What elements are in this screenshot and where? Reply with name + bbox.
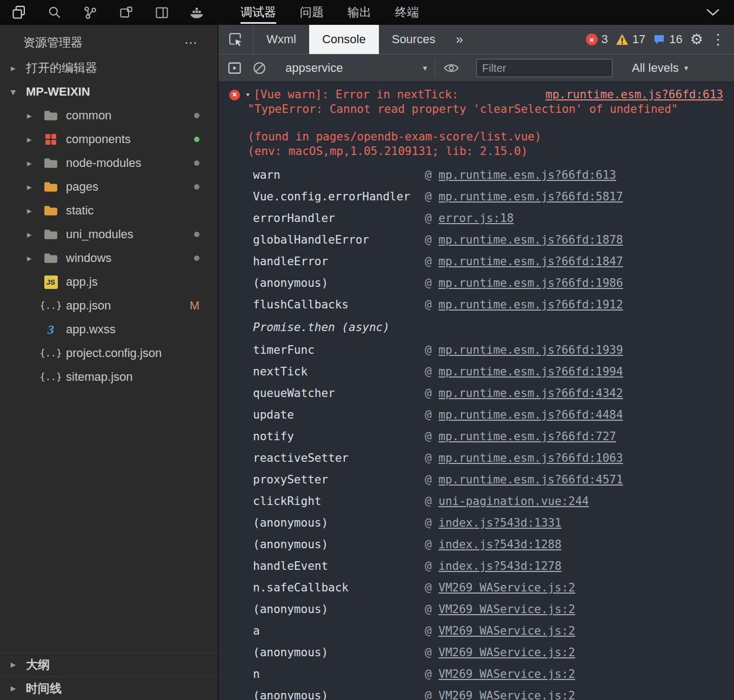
stack-location: @ mp.runtime.esm.js?66fd:1939 xyxy=(425,344,623,356)
stack-source-link[interactable]: index.js?543d:1288 xyxy=(438,538,562,551)
tree-item-app.wxss[interactable]: 3app.wxss xyxy=(0,318,218,341)
outline-section[interactable]: ▸ 大纲 xyxy=(0,652,218,676)
stack-source-link[interactable]: mp.runtime.esm.js?66fd:613 xyxy=(438,169,616,181)
chevron-down-icon[interactable]: ▾ xyxy=(245,88,250,102)
stack-source-link[interactable]: mp.runtime.esm.js?66fd:1912 xyxy=(438,298,623,311)
tree-item-uni_modules[interactable]: ▸uni_modules xyxy=(0,223,218,246)
sidebar-toggle-icon[interactable] xyxy=(226,59,243,77)
stack-source-link[interactable]: index.js?543d:1278 xyxy=(438,560,562,573)
filter-input[interactable] xyxy=(476,59,612,77)
stack-source-link[interactable]: uni-pagination.vue:244 xyxy=(438,495,589,508)
stack-function-name: (anonymous) xyxy=(253,603,425,616)
tree-item-common[interactable]: ▸common xyxy=(0,104,218,127)
docker-icon[interactable] xyxy=(189,4,205,21)
kebab-menu-icon[interactable]: ⋮ xyxy=(711,31,725,48)
stack-location: @ mp.runtime.esm.js?66fd:1912 xyxy=(425,298,623,311)
context-selector[interactable]: appservice ▾ xyxy=(285,61,427,75)
open-editors-section[interactable]: ▸ 打开的编辑器 xyxy=(0,56,218,80)
tree-item-components[interactable]: ▸components xyxy=(0,127,218,151)
settings-gear-icon[interactable]: ⚙ xyxy=(690,31,703,48)
tree-item-app.js[interactable]: JSapp.js xyxy=(0,270,218,294)
source-control-icon[interactable] xyxy=(82,4,98,21)
layout-panels-icon[interactable] xyxy=(118,4,134,21)
stack-source-link[interactable]: mp.runtime.esm.js?66fd:1994 xyxy=(438,365,623,378)
tree-item-app.json[interactable]: {..}app.jsonM xyxy=(0,294,218,318)
project-root[interactable]: ▾ MP-WEIXIN xyxy=(0,80,218,104)
status-dot xyxy=(194,255,199,261)
tree-item-windows[interactable]: ▸windows xyxy=(0,246,218,270)
tab-debugger[interactable]: 调试器 xyxy=(241,0,276,25)
tab-terminal[interactable]: 终端 xyxy=(395,0,419,25)
tab-wxml[interactable]: Wxml xyxy=(253,25,309,54)
context-selector-value: appservice xyxy=(285,61,343,75)
more-actions-icon[interactable]: ⋯ xyxy=(184,35,198,50)
files-icon[interactable] xyxy=(11,4,27,21)
stack-frame: queueWatcher@ mp.runtime.esm.js?66fd:434… xyxy=(253,382,723,404)
timeline-section[interactable]: ▸ 时间线 xyxy=(0,676,218,700)
tree-item-label: components xyxy=(66,132,131,146)
stack-source-link[interactable]: error.js:18 xyxy=(438,212,513,225)
message-counter[interactable]: 16 xyxy=(653,32,682,46)
stack-function-name: update xyxy=(253,408,425,421)
tab-output[interactable]: 输出 xyxy=(348,0,371,25)
error-count: 3 xyxy=(602,32,608,46)
stack-location: @ uni-pagination.vue:244 xyxy=(425,495,589,508)
more-tabs-icon[interactable]: » xyxy=(448,25,470,54)
stack-source-link[interactable]: mp.runtime.esm.js?66fd:4342 xyxy=(438,387,623,400)
stack-source-link[interactable]: VM269 WAService.js:2 xyxy=(438,668,575,681)
search-icon[interactable] xyxy=(46,4,63,21)
stack-source-link[interactable]: index.js?543d:1331 xyxy=(438,516,562,529)
stack-source-link[interactable]: VM269 WAService.js:2 xyxy=(438,624,575,637)
stack-source-link[interactable]: mp.runtime.esm.js?66fd:727 xyxy=(438,430,616,443)
top-bar: 调试器 问题 输出 终端 xyxy=(0,0,734,25)
stack-function-name: globalHandleError xyxy=(253,233,425,246)
stack-function-name: queueWatcher xyxy=(253,387,425,400)
error-counter[interactable]: × 3 xyxy=(586,32,608,46)
error-source-link[interactable]: mp.runtime.esm.js?66fd:613 xyxy=(545,88,723,102)
error-env: (env: macOS,mp,1.05.2109131; lib: 2.15.0… xyxy=(248,144,723,159)
stack-frame: update@ mp.runtime.esm.js?66fd:4484 xyxy=(253,404,723,426)
stack-source-link[interactable]: mp.runtime.esm.js?66fd:5817 xyxy=(438,190,623,203)
tab-problems[interactable]: 问题 xyxy=(300,0,324,25)
tab-sources[interactable]: Sources xyxy=(379,25,449,54)
eye-icon[interactable] xyxy=(443,59,460,77)
stack-source-link[interactable]: VM269 WAService.js:2 xyxy=(438,581,575,594)
stack-source-link[interactable]: mp.runtime.esm.js?66fd:4571 xyxy=(438,473,623,486)
stack-source-link[interactable]: VM269 WAService.js:2 xyxy=(438,689,575,700)
tree-item-sitemap.json[interactable]: {..}sitemap.json xyxy=(0,365,218,389)
stack-function-name: proxySetter xyxy=(253,473,425,486)
warning-counter[interactable]: 17 xyxy=(616,32,645,46)
tree-item-project.config.json[interactable]: {..}project.config.json xyxy=(0,341,218,365)
stack-source-link[interactable]: VM269 WAService.js:2 xyxy=(438,603,575,616)
stack-location: @ mp.runtime.esm.js?66fd:1063 xyxy=(425,452,623,465)
stack-function-name: clickRight xyxy=(253,495,425,508)
at-symbol: @ xyxy=(425,560,438,573)
tree-item-pages[interactable]: ▸pages xyxy=(0,175,218,199)
at-symbol: @ xyxy=(425,516,438,529)
warning-count: 17 xyxy=(632,32,645,46)
warning-icon xyxy=(616,33,629,45)
split-window-icon[interactable] xyxy=(154,4,170,21)
stack-frame: reactiveSetter@ mp.runtime.esm.js?66fd:1… xyxy=(253,447,723,469)
stack-source-link[interactable]: mp.runtime.esm.js?66fd:1878 xyxy=(438,233,623,246)
stack-function-name: handleEvent xyxy=(253,560,425,573)
stack-source-link[interactable]: mp.runtime.esm.js?66fd:1847 xyxy=(438,255,623,268)
stack-location: @ mp.runtime.esm.js?66fd:5817 xyxy=(425,190,623,203)
stack-source-link[interactable]: mp.runtime.esm.js?66fd:1063 xyxy=(438,452,623,465)
tree-item-label: sitemap.json xyxy=(66,370,133,384)
clear-console-icon[interactable] xyxy=(251,59,268,77)
stack-source-link[interactable]: VM269 WAService.js:2 xyxy=(438,646,575,659)
tab-console[interactable]: Console xyxy=(309,25,379,54)
stack-source-link[interactable]: mp.runtime.esm.js?66fd:1986 xyxy=(438,277,623,290)
toolbar-divider xyxy=(435,60,435,76)
chevron-down-icon[interactable] xyxy=(706,0,734,25)
inspect-element-icon[interactable] xyxy=(218,25,253,54)
tree-item-node-modules[interactable]: ▸node-modules xyxy=(0,151,218,175)
stack-source-link[interactable]: mp.runtime.esm.js?66fd:1939 xyxy=(438,344,623,356)
json-file-icon: {..} xyxy=(43,346,58,361)
log-level-selector[interactable]: All levels ▾ xyxy=(632,61,688,75)
stack-source-link[interactable]: mp.runtime.esm.js?66fd:4484 xyxy=(438,408,623,421)
stack-location: @ index.js?543d:1288 xyxy=(425,538,562,551)
stack-function-name: (anonymous) xyxy=(253,538,425,551)
tree-item-static[interactable]: ▸static xyxy=(0,199,218,223)
